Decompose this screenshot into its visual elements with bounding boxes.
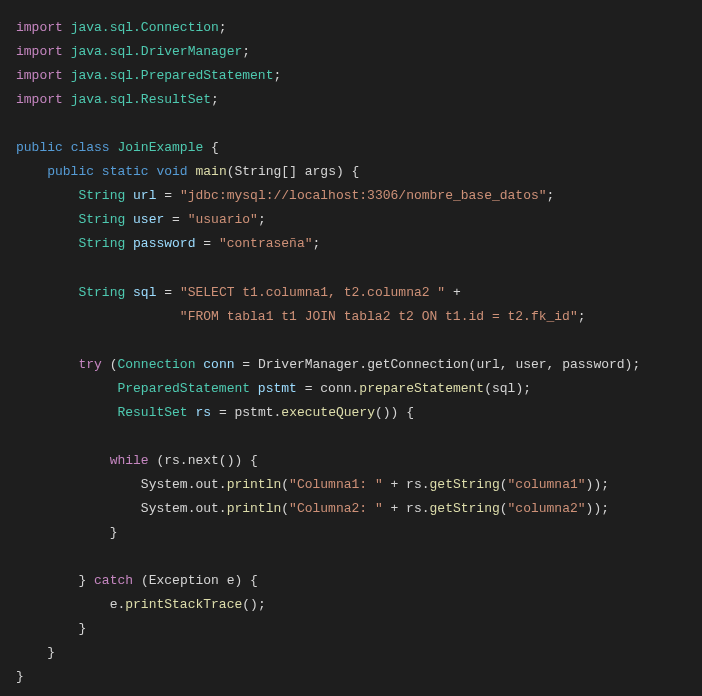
main-method-declaration: public static void main(String[] args) { bbox=[47, 164, 359, 179]
println-col1: System.out.println("Columna1: " + rs.get… bbox=[141, 477, 609, 492]
var-url: String url = "jdbc:mysql://localhost:330… bbox=[78, 188, 554, 203]
class-declaration: public class JoinExample { bbox=[16, 140, 219, 155]
close-class-brace: } bbox=[16, 669, 24, 684]
var-sql: String sql = "SELECT t1.columna1, t2.col… bbox=[78, 285, 460, 300]
printstacktrace-line: e.printStackTrace(); bbox=[110, 597, 266, 612]
try-resource-rs: ResultSet rs = pstmt.executeQuery()) { bbox=[117, 405, 414, 420]
sql-continuation: "FROM tabla1 t1 JOIN tabla2 t2 ON t1.id … bbox=[180, 309, 586, 324]
import-line: import java.sql.ResultSet; bbox=[16, 92, 219, 107]
catch-line: } catch (Exception e) { bbox=[78, 573, 257, 588]
code-block: import java.sql.Connection; import java.… bbox=[16, 16, 686, 689]
try-line: try (Connection conn = DriverManager.get… bbox=[78, 357, 640, 372]
println-col2: System.out.println("Columna2: " + rs.get… bbox=[141, 501, 609, 516]
try-resource-pstmt: PreparedStatement pstmt = conn.prepareSt… bbox=[117, 381, 531, 396]
var-password: String password = "contraseña"; bbox=[78, 236, 320, 251]
import-line: import java.sql.PreparedStatement; bbox=[16, 68, 281, 83]
close-main-brace: } bbox=[47, 645, 55, 660]
import-line: import java.sql.DriverManager; bbox=[16, 44, 250, 59]
while-line: while (rs.next()) { bbox=[110, 453, 258, 468]
close-while-brace: } bbox=[110, 525, 118, 540]
import-line: import java.sql.Connection; bbox=[16, 20, 227, 35]
close-catch-brace: } bbox=[78, 621, 86, 636]
var-user: String user = "usuario"; bbox=[78, 212, 265, 227]
